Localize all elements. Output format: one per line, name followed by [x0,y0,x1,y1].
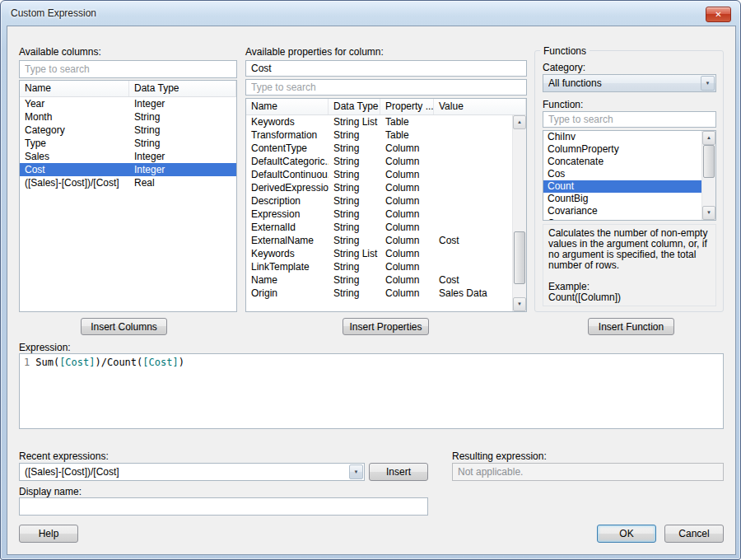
insert-recent-button[interactable]: Insert [369,463,428,481]
cell-value [434,155,512,168]
property-column-field[interactable] [245,60,527,77]
function-search-input[interactable] [543,111,716,128]
expression-token: ) [179,357,184,368]
recent-dropdown-button[interactable]: ▼ [349,464,363,479]
chevron-down-icon: ▼ [350,465,362,478]
cell-property-of: Column [380,287,434,300]
close-button[interactable]: ✕ [706,7,731,22]
property-header-value[interactable]: Value [434,99,526,114]
table-row[interactable]: YearInteger [20,97,236,110]
insert-function-button[interactable]: Insert Function [588,318,674,335]
recent-expressions-label: Recent expressions: [19,450,109,462]
cell-property-of: Column [380,181,434,194]
column-header-datatype[interactable]: Data Type [129,81,236,96]
list-item[interactable]: ChiInv [543,131,701,143]
table-row[interactable]: TransformationStringTable [246,128,512,142]
table-row[interactable]: KeywordsString ListTable [246,115,512,128]
cell-datatype: Real [129,176,236,189]
properties-table-body: KeywordsString ListTableTransformationSt… [246,115,512,300]
cell-name: DefaultCategoric... [246,155,329,168]
columns-search-input[interactable] [19,60,237,78]
category-dropdown[interactable]: All functions ▼ [543,74,716,92]
list-item[interactable]: Currency [543,217,701,221]
cell-name: DerivedExpression [246,181,329,194]
cell-datatype: String [329,194,380,208]
help-button[interactable]: Help [19,525,78,543]
cell-datatype: String [329,208,380,221]
example-text: Count([Column]) [548,292,711,303]
cell-datatype: String List [329,247,380,260]
table-row[interactable]: MonthString [20,110,236,124]
table-row[interactable]: ([Sales]-[Cost])/[Cost]Real [20,176,236,189]
list-item[interactable]: Covariance [543,205,701,217]
titlebar[interactable]: Custom Expression ✕ [1,1,740,26]
category-dropdown-button[interactable]: ▼ [701,76,715,91]
cell-property-of: Column [380,260,434,273]
cell-datatype: String [329,155,380,168]
table-row[interactable]: NameStringColumnCost [246,273,512,287]
window-title: Custom Expression [11,7,96,19]
scroll-down-button[interactable]: ▼ [702,206,715,220]
properties-search-input[interactable] [245,79,527,96]
table-row[interactable]: CategoryString [20,124,236,137]
cell-value: Cost [434,234,512,247]
cell-name: LinkTemplate [246,260,329,273]
cell-datatype: String [129,137,236,150]
table-row[interactable]: SalesInteger [20,150,236,163]
cell-datatype: Integer [129,150,236,163]
display-name-label: Display name: [19,486,82,497]
properties-scrollbar[interactable]: ▲ ▼ [512,115,526,311]
ok-button[interactable]: OK [597,525,656,543]
scrollbar-thumb[interactable] [703,145,715,178]
expression-editor[interactable]: 1Sum([Cost])/Count([Cost]) [19,353,724,429]
insert-properties-button[interactable]: Insert Properties [343,318,429,335]
display-name-input[interactable] [19,497,428,516]
scroll-down-button[interactable]: ▼ [513,297,526,311]
table-row[interactable]: ContentTypeStringColumn [246,142,512,155]
table-row[interactable]: TypeString [20,137,236,150]
table-row[interactable]: DefaultCategoric...StringColumn [246,155,512,168]
list-item[interactable]: Concatenate [543,156,701,168]
cancel-button[interactable]: Cancel [664,525,724,543]
insert-columns-button[interactable]: Insert Columns [81,318,167,335]
property-header-name[interactable]: Name [246,99,329,114]
cell-value: Sales Data [434,287,512,300]
scroll-up-button[interactable]: ▲ [513,115,526,129]
table-row[interactable]: ExternalIdStringColumn [246,221,512,234]
table-row[interactable]: DefaultContinuou...StringColumn [246,168,512,181]
column-header-name[interactable]: Name [20,81,129,96]
property-header-propertyof[interactable]: Property ... [380,99,434,114]
cell-name: Name [246,273,329,287]
cell-property-of: Column [380,273,434,287]
list-item[interactable]: CountBig [543,193,701,205]
function-list-scrollbar[interactable]: ▲ ▼ [701,131,715,220]
recent-expressions-combo[interactable]: ([Sales]-[Cost])/[Cost] ▼ [19,463,365,481]
cell-value [434,208,512,221]
scroll-up-button[interactable]: ▲ [702,131,715,145]
cell-name: Keywords [246,247,329,260]
list-item[interactable]: Cos [543,168,701,180]
cell-datatype: String [329,273,380,287]
list-item[interactable]: ColumnProperty [543,143,701,156]
table-row[interactable]: ExternalNameStringColumnCost [246,234,512,247]
cell-name: ContentType [246,142,329,155]
resulting-expression-label: Resulting expression: [452,450,547,462]
table-row[interactable]: KeywordsString ListColumn [246,247,512,260]
list-item[interactable]: Count [543,180,701,193]
scrollbar-thumb[interactable] [514,231,525,284]
category-label: Category: [543,62,585,73]
table-row[interactable]: CostInteger [20,163,236,176]
cell-property-of: Table [380,115,434,128]
table-row[interactable]: ExpressionStringColumn [246,208,512,221]
function-description-panel: Calculates the number of non-empty value… [543,224,716,306]
cell-value [434,115,512,128]
table-row[interactable]: DerivedExpressionStringColumn [246,181,512,194]
table-row[interactable]: DescriptionStringColumn [246,194,512,208]
table-row[interactable]: OriginStringColumnSales Data [246,287,512,300]
property-header-datatype[interactable]: Data Type [329,99,380,114]
table-row[interactable]: LinkTemplateStringColumn [246,260,512,273]
cell-value [434,142,512,155]
functions-group-label: Functions [540,45,590,57]
columns-table: Name Data Type YearIntegerMonthStringCat… [19,80,237,312]
columns-table-body: YearIntegerMonthStringCategoryStringType… [20,97,236,189]
